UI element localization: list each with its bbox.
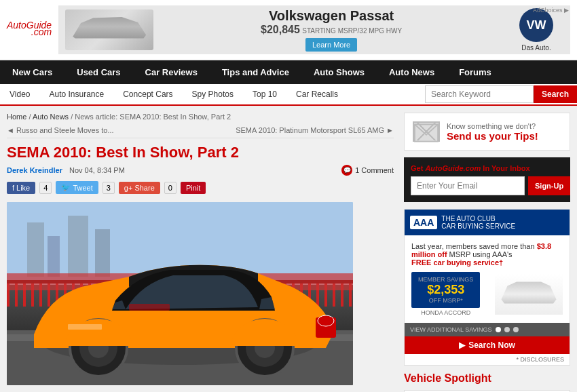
nav-item-car-reviews[interactable]: Car Reviews: [133, 60, 210, 84]
gplus-icon: g+: [124, 184, 133, 192]
site-name-inline: AutoGuide.com: [425, 164, 481, 172]
ad-choices-label: AdChoices ▶: [533, 7, 569, 14]
nav-item-forums[interactable]: Forums: [447, 60, 504, 84]
nav-link-forums[interactable]: Forums: [447, 60, 504, 84]
sub-nav-car-recalls[interactable]: Car Recalls: [286, 84, 348, 104]
pagination-dot-1[interactable]: [496, 327, 501, 332]
gplus-share-button[interactable]: g+ Share: [119, 182, 160, 194]
email-subscription-box: Get AutoGuide.com In Your Inbox Sign-Up: [404, 157, 570, 202]
main-nav-list: New Cars Used Cars Car Reviews Tips and …: [0, 60, 577, 84]
fb-count: 4: [39, 182, 52, 194]
aaa-search-now-button[interactable]: Search Now: [405, 336, 570, 354]
pinterest-button[interactable]: Pinit: [181, 182, 206, 194]
nav-item-auto-news[interactable]: Auto News: [377, 60, 447, 84]
signup-button[interactable]: Sign-Up: [528, 176, 570, 195]
nav-link-car-reviews[interactable]: Car Reviews: [133, 60, 210, 84]
header-ad-banner: AdChoices ▶ Volkswagen Passat $20,845 ST…: [58, 5, 570, 54]
site-header: AutoGuide .com AdChoices ▶ Volkswagen Pa…: [0, 0, 577, 60]
svg-rect-19: [68, 324, 102, 330]
sub-nav-concept-cars[interactable]: Concept Cars: [113, 84, 182, 104]
breadcrumb-auto-news[interactable]: Auto News: [33, 113, 69, 121]
sub-nav-links: Video Auto Insurance Concept Cars Spy Ph…: [0, 84, 425, 104]
search-input[interactable]: [425, 85, 534, 103]
mail-svg: [414, 123, 439, 143]
nav-link-used-cars[interactable]: Used Cars: [64, 60, 132, 84]
twitter-icon: 🐦: [61, 183, 71, 192]
svg-rect-18: [129, 304, 170, 311]
gplus-count: 0: [164, 182, 176, 194]
main-navigation: New Cars Used Cars Car Reviews Tips and …: [0, 60, 577, 84]
aaa-body-text: Last year, members saved more than $3.8 …: [411, 242, 563, 267]
email-input-row: Sign-Up: [411, 176, 563, 195]
email-box-label: Get AutoGuide.com In Your Inbox: [411, 164, 563, 172]
aaa-savings-section: MEMBER SAVINGS $2,353 OFF MSRP* HONDA AC…: [411, 272, 563, 316]
svg-point-17: [318, 315, 334, 326]
sub-nav-spy-photos[interactable]: Spy Photos: [183, 84, 243, 104]
content-wrapper: Home / Auto News / News article: SEMA 20…: [0, 106, 577, 392]
aaa-ad-body: Last year, members saved more than $3.8 …: [405, 235, 570, 323]
svg-rect-4: [95, 229, 110, 277]
car-svg: [7, 202, 353, 385]
sub-nav-auto-insurance[interactable]: Auto Insurance: [39, 84, 113, 104]
pagination-dot-2[interactable]: [504, 327, 510, 332]
nav-item-auto-shows[interactable]: Auto Shows: [301, 60, 377, 84]
email-input[interactable]: [411, 176, 525, 195]
car-scene: [7, 202, 353, 385]
search-box: Search: [425, 85, 577, 103]
car-silhouette: [69, 13, 150, 47]
nav-link-new-cars[interactable]: New Cars: [0, 60, 64, 84]
sub-nav-top-10[interactable]: Top 10: [243, 84, 286, 104]
search-button[interactable]: Search: [534, 85, 577, 103]
comments-link[interactable]: 💬 1 Comment: [341, 165, 394, 176]
aaa-advertisement: AAA THE AUTO CLUB CAR BUYING SERVICE Las…: [404, 209, 570, 366]
pagination-dot-3[interactable]: [513, 327, 519, 332]
aaa-disclosures: * DISCLOSURES: [405, 354, 570, 365]
article-navigation: Russo and Steele Moves to... SEMA 2010: …: [7, 126, 394, 138]
mail-icon: [413, 121, 440, 142]
next-article-link[interactable]: SEMA 2010: Platinum Motorsport SL65 AMG: [236, 126, 394, 134]
aaa-car-label: HONDA ACCORD: [411, 309, 480, 316]
sub-nav-video[interactable]: Video: [0, 84, 39, 104]
author-link[interactable]: Derek Kreindler: [7, 166, 62, 174]
brand-tagline: Das Auto.: [509, 44, 563, 52]
nav-item-new-cars[interactable]: New Cars: [0, 60, 64, 84]
tweet-count: 3: [103, 182, 115, 194]
comment-icon: 💬: [341, 165, 352, 176]
aaa-car-shape: [498, 281, 559, 308]
svg-rect-2: [48, 236, 60, 277]
site-logo[interactable]: AutoGuide .com: [7, 23, 52, 37]
ad-title: Volkswagen Passat: [160, 8, 502, 24]
ad-text-block: Volkswagen Passat $20,845 STARTING MSRP/…: [153, 8, 509, 52]
prev-article-link[interactable]: Russo and Steele Moves to...: [7, 126, 114, 134]
nav-link-tips[interactable]: Tips and Advice: [210, 60, 301, 84]
sub-navigation: Video Auto Insurance Concept Cars Spy Ph…: [0, 84, 577, 106]
learn-more-button[interactable]: Learn More: [305, 38, 357, 52]
tips-cta-link[interactable]: Send us your Tips!: [447, 130, 538, 142]
aaa-ad-pagination: VIEW ADDITIONAL SAVINGS: [405, 323, 570, 336]
facebook-like-button[interactable]: f Like: [7, 182, 35, 194]
vehicle-spotlight-title: Vehicle Spotlight: [404, 372, 570, 385]
view-savings-label: VIEW ADDITIONAL SAVINGS: [410, 326, 492, 333]
aaa-ad-header: AAA THE AUTO CLUB CAR BUYING SERVICE: [405, 210, 570, 235]
twitter-tweet-button[interactable]: 🐦 Tweet: [56, 181, 98, 194]
nav-link-auto-shows[interactable]: Auto Shows: [301, 60, 377, 84]
social-buttons: f Like 4 🐦 Tweet 3 g+ Share 0 Pinit: [7, 181, 394, 194]
ad-car-image: [65, 9, 153, 50]
main-content: Home / Auto News / News article: SEMA 20…: [7, 113, 404, 392]
vehicle-spotlight-section: Vehicle Spotlight 2013 Nissan Altima All…: [404, 372, 570, 392]
aaa-header-text: THE AUTO CLUB CAR BUYING SERVICE: [441, 215, 515, 230]
breadcrumb-home[interactable]: Home: [7, 113, 26, 121]
article-date: Nov 04, 8:34 PM: [69, 166, 125, 174]
nav-item-used-cars[interactable]: Used Cars: [64, 60, 132, 84]
aaa-logo: AAA: [410, 216, 437, 229]
svg-rect-3: [68, 216, 88, 277]
svg-rect-1: [27, 222, 44, 277]
nav-item-tips[interactable]: Tips and Advice: [210, 60, 301, 84]
aaa-car-thumbnail: [495, 274, 563, 315]
fb-icon: f: [12, 184, 14, 192]
article-main-image: [7, 202, 353, 385]
nav-link-auto-news[interactable]: Auto News: [377, 60, 447, 84]
tips-box: Know something we don't? Send us your Ti…: [404, 113, 570, 151]
article-title: SEMA 2010: Best In Show, Part 2: [7, 144, 394, 161]
tips-text: Know something we don't? Send us your Ti…: [447, 122, 561, 142]
